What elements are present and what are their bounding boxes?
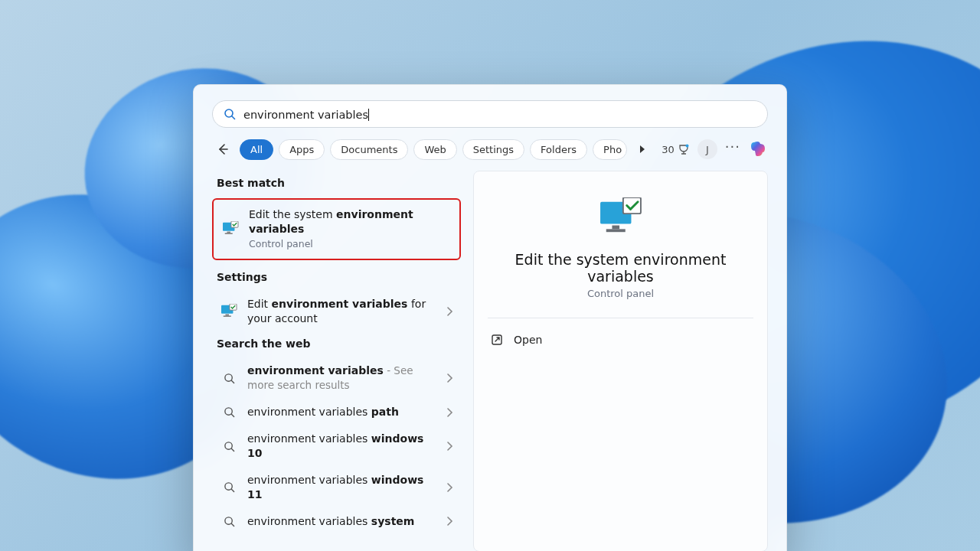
chevron-right-icon — [446, 517, 453, 526]
result-title: environment variables - See more search … — [247, 364, 436, 393]
preview-icon — [488, 197, 753, 236]
filter-pill-folders[interactable]: Folders — [530, 139, 587, 160]
results-list: Best match Edit the system environment v… — [212, 171, 461, 551]
result-web-2[interactable]: environment variables windows 10 — [212, 425, 461, 467]
filters-scroll-right[interactable] — [633, 140, 652, 158]
section-web: Search the web — [212, 331, 461, 357]
search-icon — [220, 373, 238, 384]
svg-line-17 — [231, 448, 234, 451]
chevron-right-icon — [446, 373, 453, 383]
search-icon — [220, 516, 238, 527]
user-avatar[interactable]: J — [697, 139, 717, 159]
filter-pills: AllAppsDocumentsWebSettingsFoldersPho — [240, 139, 627, 160]
svg-rect-9 — [225, 314, 229, 315]
search-bar[interactable] — [212, 100, 768, 128]
svg-line-13 — [231, 380, 234, 383]
filter-pill-apps[interactable]: Apps — [279, 139, 325, 160]
filter-pill-pho[interactable]: Pho — [593, 139, 627, 160]
result-title: environment variables system — [247, 514, 436, 529]
filter-pill-settings[interactable]: Settings — [462, 139, 524, 160]
result-title: environment variables windows 11 — [247, 473, 436, 502]
avatar-initial: J — [706, 144, 709, 155]
filter-pill-documents[interactable]: Documents — [330, 139, 408, 160]
result-settings-env-account[interactable]: Edit environment variables for your acco… — [212, 291, 461, 332]
chevron-right-icon — [446, 483, 453, 492]
filter-row: AllAppsDocumentsWebSettingsFoldersPho 30… — [194, 139, 786, 171]
search-icon — [220, 441, 238, 452]
preview-subtitle: Control panel — [488, 288, 753, 299]
svg-line-1 — [232, 116, 235, 119]
result-title: environment variables path — [247, 405, 436, 419]
rewards-icon — [678, 143, 690, 155]
search-icon — [220, 481, 238, 493]
chevron-right-icon — [446, 442, 453, 451]
search-input[interactable] — [243, 109, 756, 121]
more-menu[interactable]: ··· — [725, 140, 740, 158]
result-title: environment variables windows 10 — [247, 432, 436, 461]
filter-pill-all[interactable]: All — [240, 139, 273, 160]
rewards-points[interactable]: 30 — [662, 143, 690, 155]
action-open-label: Open — [514, 334, 542, 346]
back-button[interactable] — [212, 139, 234, 160]
action-open[interactable]: Open — [488, 326, 753, 354]
rewards-count: 30 — [662, 144, 675, 155]
chevron-right-icon — [446, 408, 453, 417]
result-best-match[interactable]: Edit the system environment variables Co… — [212, 198, 461, 260]
search-icon — [220, 406, 238, 418]
svg-rect-10 — [224, 315, 231, 316]
svg-point-3 — [685, 145, 688, 148]
system-properties-icon — [221, 221, 240, 236]
svg-rect-23 — [612, 226, 619, 230]
open-icon — [491, 334, 503, 346]
result-title: Edit the system environment variables Co… — [249, 207, 452, 251]
result-web-1[interactable]: environment variables path — [212, 399, 461, 425]
system-properties-icon — [220, 304, 238, 319]
search-icon — [224, 108, 236, 120]
section-best-match: Best match — [212, 171, 461, 197]
result-web-0[interactable]: environment variables - See more search … — [212, 357, 461, 399]
chevron-right-icon — [446, 307, 453, 316]
preview-title: Edit the system environment variables — [488, 251, 753, 285]
section-settings: Settings — [212, 265, 461, 291]
svg-rect-5 — [227, 232, 230, 233]
svg-line-19 — [231, 490, 234, 492]
start-search-window: AllAppsDocumentsWebSettingsFoldersPho 30… — [193, 84, 787, 551]
svg-line-21 — [231, 523, 234, 526]
svg-rect-6 — [225, 233, 233, 234]
result-title: Edit environment variables for your acco… — [247, 297, 436, 326]
divider — [488, 318, 753, 318]
preview-pane: Edit the system environment variables Co… — [473, 171, 768, 551]
filter-pill-web[interactable]: Web — [413, 139, 456, 160]
svg-line-15 — [231, 414, 234, 416]
result-web-3[interactable]: environment variables windows 11 — [212, 467, 461, 508]
result-subtitle: Control panel — [249, 238, 452, 251]
result-web-4[interactable]: environment variables system — [212, 508, 461, 535]
svg-rect-24 — [606, 229, 625, 232]
copilot-icon[interactable] — [748, 139, 768, 159]
